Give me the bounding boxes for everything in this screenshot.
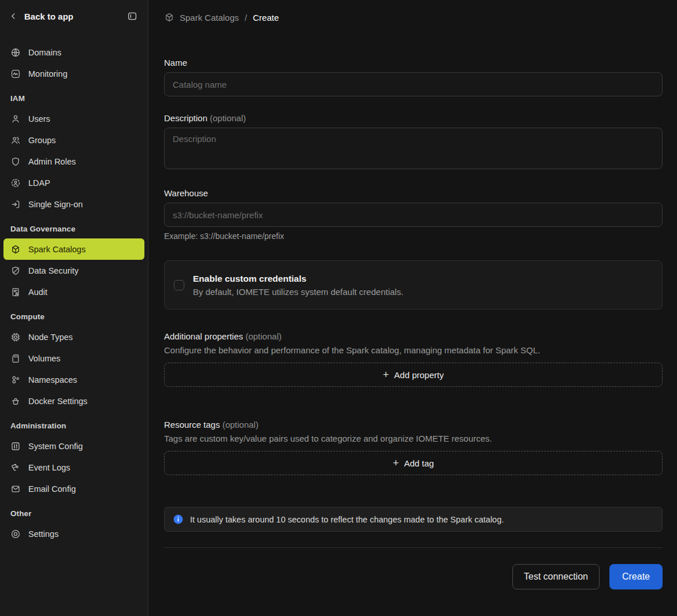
sidebar-item-system-config[interactable]: System Config (3, 435, 144, 457)
sidebar-item-label: Data Security (28, 266, 79, 275)
ldap-icon (10, 178, 21, 188)
sidebar-item-audit[interactable]: Audit (3, 281, 144, 303)
description-label-text: Description (164, 113, 207, 123)
warehouse-field-group: Warehouse Example: s3://bucket-name/pref… (164, 188, 663, 241)
custom-credentials-checkbox[interactable] (174, 280, 184, 290)
sidebar-item-event-logs[interactable]: Event Logs (3, 457, 144, 478)
breadcrumb: Spark Catalogs / Create (148, 0, 677, 23)
sidebar-item-label: Admin Roles (28, 157, 76, 166)
sidebar-item-label: Volumes (28, 354, 61, 363)
catalog-name-input[interactable] (164, 72, 663, 96)
name-field-group: Name (164, 58, 663, 96)
footer-divider (164, 547, 663, 548)
sidebar-item-spark-catalogs[interactable]: Spark Catalogs (3, 238, 144, 260)
mail-icon (10, 484, 21, 494)
breadcrumb-separator: / (244, 13, 248, 23)
sidebar-item-ldap[interactable]: LDAP (3, 172, 144, 193)
sidebar-item-label: Namespaces (28, 375, 77, 384)
create-button[interactable]: Create (609, 564, 663, 589)
sidebar-item-label: Single Sign-on (28, 200, 83, 209)
monitoring-icon (10, 69, 21, 79)
add-tag-button[interactable]: + Add tag (164, 451, 663, 475)
test-connection-button[interactable]: Test connection (512, 564, 600, 589)
sidebar-item-single-sign-on[interactable]: Single Sign-on (3, 193, 144, 215)
sidebar-item-label: Domains (28, 48, 61, 57)
additional-properties-label: Additional properties (optional) (164, 331, 663, 341)
form-actions: Test connection Create (164, 564, 663, 589)
target-icon (10, 529, 21, 539)
sidebar-item-label: Monitoring (28, 69, 68, 79)
sidebar-item-label: Docker Settings (28, 397, 87, 406)
globe-icon (10, 47, 21, 58)
sd-card-icon (10, 353, 21, 364)
user-icon (10, 114, 21, 124)
additional-properties-description: Configure the behavior and performance o… (164, 345, 663, 355)
sliders-icon (10, 441, 21, 451)
sidebar-section-administration: Administration (0, 412, 148, 435)
info-banner: It usually takes around 10 seconds to re… (164, 507, 663, 532)
sidebar-item-label: Event Logs (28, 463, 70, 472)
cube-icon (10, 244, 21, 255)
sidebar-item-data-security[interactable]: Data Security (3, 260, 144, 281)
sidebar-header: Back to app (0, 0, 148, 32)
chevron-left-icon (8, 11, 18, 21)
main-content: Spark Catalogs / Create Name Description… (148, 0, 677, 616)
breadcrumb-current: Create (253, 13, 279, 23)
sidebar-section-other: Other (0, 499, 148, 523)
sidebar-item-label: Settings (28, 529, 58, 539)
shield-icon (10, 156, 21, 167)
sidebar: Back to app DomainsMonitoringIAMUsersGro… (0, 0, 148, 616)
panel-left-icon (127, 11, 137, 21)
sidebar-section-data-governance: Data Governance (0, 215, 148, 238)
add-property-button[interactable]: + Add property (164, 363, 663, 387)
sidebar-item-volumes[interactable]: Volumes (3, 348, 144, 369)
sidebar-item-email-config[interactable]: Email Config (3, 478, 144, 499)
chip-icon (10, 332, 21, 342)
custom-credentials-texts: Enable custom credentials By default, IO… (193, 274, 403, 297)
docker-icon (10, 396, 21, 406)
warehouse-helper-text: Example: s3://bucket-name/prefix (164, 232, 663, 241)
back-button[interactable] (7, 10, 20, 23)
additional-properties-label-text: Additional properties (164, 331, 243, 341)
additional-properties-optional-hint: (optional) (245, 331, 282, 341)
sidebar-item-label: Audit (28, 288, 47, 297)
sidebar-item-admin-roles[interactable]: Admin Roles (3, 151, 144, 172)
description-field-group: Description (optional) (164, 113, 663, 171)
sidebar-item-domains[interactable]: Domains (3, 42, 144, 63)
plus-icon: + (383, 369, 389, 380)
back-to-app-label[interactable]: Back to app (24, 12, 121, 21)
description-textarea[interactable] (164, 128, 663, 169)
resource-tags-optional-hint: (optional) (222, 420, 259, 430)
sidebar-item-monitoring[interactable]: Monitoring (3, 63, 144, 84)
sidebar-item-settings[interactable]: Settings (3, 523, 144, 544)
sidebar-item-node-types[interactable]: Node Types (3, 326, 144, 348)
info-banner-text: It usually takes around 10 seconds to re… (190, 515, 504, 524)
shield-slash-icon (10, 266, 21, 276)
resource-tags-label: Resource tags (optional) (164, 420, 663, 430)
sidebar-item-users[interactable]: Users (3, 108, 144, 129)
plus-icon: + (393, 458, 399, 468)
sidebar-item-namespaces[interactable]: Namespaces (3, 369, 144, 390)
warehouse-label: Warehouse (164, 188, 663, 198)
add-property-label: Add property (394, 370, 444, 380)
sidebar-item-label: Users (28, 114, 50, 124)
description-optional-hint: (optional) (210, 113, 246, 123)
app-window: Back to app DomainsMonitoringIAMUsersGro… (0, 0, 677, 616)
sidebar-section-iam: IAM (0, 84, 148, 108)
breadcrumb-parent[interactable]: Spark Catalogs (180, 13, 239, 23)
sidebar-collapse-button[interactable] (126, 10, 139, 23)
sidebar-item-docker-settings[interactable]: Docker Settings (3, 390, 144, 412)
spark-catalogs-icon (164, 12, 174, 23)
users-icon (10, 135, 21, 145)
sidebar-nav: DomainsMonitoringIAMUsersGroupsAdmin Rol… (0, 32, 148, 544)
additional-properties-section: Additional properties (optional) Configu… (164, 331, 663, 387)
description-label: Description (optional) (164, 113, 663, 123)
custom-credentials-subtitle: By default, IOMETE utilizes system defau… (193, 287, 403, 297)
sign-in-icon (10, 199, 21, 210)
custom-credentials-card[interactable]: Enable custom credentials By default, IO… (164, 260, 663, 309)
warehouse-input[interactable] (164, 203, 663, 227)
sidebar-item-groups[interactable]: Groups (3, 129, 144, 151)
sidebar-item-label: Email Config (28, 484, 76, 494)
name-label: Name (164, 58, 663, 68)
audit-icon (10, 287, 21, 297)
